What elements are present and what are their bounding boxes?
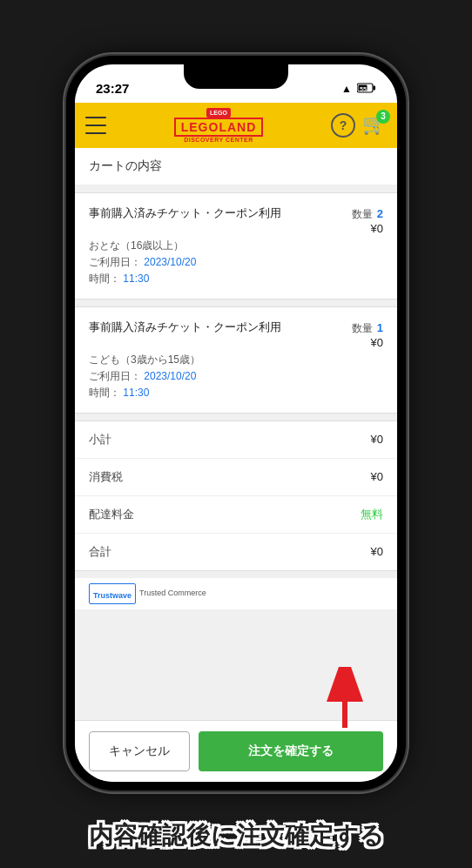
- ticket-1-qty-label: 数量: [352, 208, 373, 220]
- subtotal-row: 小計 ¥0: [75, 421, 397, 459]
- help-button[interactable]: ?: [331, 113, 355, 138]
- svg-text:55: 55: [360, 86, 367, 92]
- ticket-1-qty: 2: [377, 207, 383, 220]
- trustwave-badge: Trustwave Trusted Commerce: [89, 583, 206, 604]
- subtotal-value: ¥0: [371, 433, 383, 446]
- ticket-card-1: 事前購入済みチケット・クーポン利用 数量 2 ¥0 おとな（16歳以上）: [75, 192, 397, 299]
- content-area: カートの内容 事前購入済みチケット・クーポン利用 数量 2 ¥0: [75, 148, 397, 720]
- ticket-1-qty-price: 数量 2 ¥0: [352, 205, 383, 235]
- trustwave-logo: Trustwave: [89, 583, 136, 604]
- ticket-1-person: おとな（16歳以上）: [89, 239, 383, 253]
- logo-area: LEGO LEGOLAND DISCOVERY CENTER: [106, 108, 331, 143]
- trustwave-area: Trustwave Trusted Commerce: [75, 578, 397, 609]
- ticket-1-date-value: 2023/10/20: [144, 256, 196, 268]
- tax-value: ¥0: [371, 470, 383, 483]
- cancel-button[interactable]: キャンセル: [89, 731, 190, 771]
- ticket-2-person: こども（3歳から15歳）: [89, 353, 383, 367]
- battery-icon: 55: [357, 83, 376, 95]
- total-row: 合計 ¥0: [75, 534, 397, 570]
- confirm-button[interactable]: 注文を確定する: [199, 731, 383, 771]
- ticket-2-date-value: 2023/10/20: [144, 370, 196, 382]
- shipping-row: 配達料金 無料: [75, 496, 397, 534]
- shipping-value: 無料: [361, 507, 383, 522]
- section-title: カートの内容: [75, 148, 397, 185]
- discovery-center: DISCOVERY CENTER: [184, 137, 253, 143]
- trustwave-subtext: Trusted Commerce: [139, 589, 206, 598]
- svg-rect-1: [373, 85, 375, 90]
- cart-button[interactable]: 🛒 3: [362, 113, 387, 138]
- ticket-1-date: ご利用日： 2023/10/20: [89, 255, 383, 270]
- subtotal-label: 小計: [89, 432, 111, 447]
- summary-section: 小計 ¥0 消費税 ¥0 配達料金 無料 合計: [75, 421, 397, 571]
- ticket-1-price: ¥0: [352, 222, 383, 235]
- ticket-1-time: 時間： 11:30: [89, 272, 383, 286]
- ticket-card-2: 事前購入済みチケット・クーポン利用 数量 1 ¥0 こども（3歳から15歳）: [75, 306, 397, 414]
- ticket-2-qty-label: 数量: [352, 322, 373, 334]
- legoland-logo: LEGO LEGOLAND DISCOVERY CENTER: [174, 108, 264, 143]
- total-value: ¥0: [371, 545, 383, 558]
- cart-badge: 3: [376, 110, 390, 124]
- legoland-name: LEGOLAND: [174, 118, 264, 137]
- ticket-2-price: ¥0: [352, 336, 383, 349]
- annotation-area: 内容確認後に注文確定する: [18, 819, 454, 852]
- lego-badge: LEGO: [206, 108, 231, 118]
- ticket-1-time-value: 11:30: [123, 273, 149, 285]
- total-label: 合計: [89, 544, 111, 560]
- tax-label: 消費税: [89, 469, 123, 485]
- arrow-overlay: [319, 667, 371, 737]
- app-header: LEGO LEGOLAND DISCOVERY CENTER ? 🛒 3: [75, 103, 397, 148]
- ticket-2-qty-price: 数量 1 ¥0: [352, 320, 383, 349]
- ticket-2-date: ご利用日： 2023/10/20: [89, 369, 383, 384]
- ticket-2-time-value: 11:30: [123, 387, 149, 399]
- ticket-2-qty: 1: [377, 321, 383, 334]
- ticket-1-title: 事前購入済みチケット・クーポン利用: [89, 205, 352, 221]
- tax-row: 消費税 ¥0: [75, 459, 397, 496]
- annotation-text: 内容確認後に注文確定する: [89, 822, 384, 849]
- wifi-icon: ▲: [341, 83, 352, 95]
- shipping-label: 配達料金: [89, 507, 134, 522]
- status-icons: ▲ 55: [341, 83, 376, 95]
- header-actions: ? 🛒 3: [331, 113, 387, 138]
- ticket-2-time: 時間： 11:30: [89, 386, 383, 400]
- ticket-2-title: 事前購入済みチケット・クーポン利用: [89, 320, 352, 335]
- trustwave-icon: Trustwave: [93, 591, 131, 600]
- hamburger-menu-icon[interactable]: [85, 117, 106, 134]
- status-time: 23:27: [96, 81, 129, 96]
